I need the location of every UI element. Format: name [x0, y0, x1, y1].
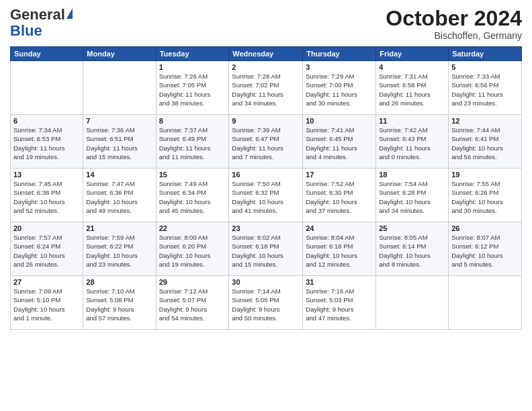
day-info: Sunrise: 7:55 AMSunset: 6:26 PMDaylight:…: [451, 179, 519, 215]
calendar-cell: 2Sunrise: 7:28 AMSunset: 7:02 PMDaylight…: [229, 61, 303, 115]
calendar-cell: 26Sunrise: 8:07 AMSunset: 6:12 PMDayligh…: [449, 222, 522, 276]
day-info: Sunrise: 7:36 AMSunset: 6:51 PMDaylight:…: [86, 126, 152, 161]
calendar-cell: 12Sunrise: 7:44 AMSunset: 6:41 PMDayligh…: [449, 115, 522, 169]
day-number: 19: [451, 171, 519, 179]
calendar-cell: 8Sunrise: 7:37 AMSunset: 6:49 PMDaylight…: [156, 115, 229, 169]
calendar-cell: 1Sunrise: 7:26 AMSunset: 7:05 PMDaylight…: [156, 61, 229, 115]
day-number: 17: [306, 171, 373, 179]
day-number: 30: [232, 278, 300, 286]
day-info: Sunrise: 7:12 AMSunset: 5:07 PMDaylight:…: [159, 287, 226, 322]
location: Bischoffen, Germany: [386, 30, 522, 41]
weekday-header-thursday: Thursday: [303, 47, 376, 61]
day-info: Sunrise: 7:47 AMSunset: 6:36 PMDaylight:…: [86, 179, 152, 215]
day-number: 10: [306, 117, 373, 125]
calendar-cell: 15Sunrise: 7:49 AMSunset: 6:34 PMDayligh…: [156, 169, 229, 222]
day-number: 20: [13, 224, 80, 232]
calendar-cell: 25Sunrise: 8:05 AMSunset: 6:14 PMDayligh…: [376, 222, 449, 276]
calendar-cell: 10Sunrise: 7:41 AMSunset: 6:45 PMDayligh…: [303, 115, 376, 169]
weekday-header-monday: Monday: [83, 47, 156, 61]
day-info: Sunrise: 7:33 AMSunset: 6:56 PMDaylight:…: [451, 72, 519, 107]
calendar-cell: 4Sunrise: 7:31 AMSunset: 6:58 PMDaylight…: [376, 61, 449, 115]
calendar-cell: 24Sunrise: 8:04 AMSunset: 6:16 PMDayligh…: [303, 222, 376, 276]
calendar-cell: 20Sunrise: 7:57 AMSunset: 6:24 PMDayligh…: [11, 222, 83, 276]
day-number: 7: [86, 117, 152, 125]
day-number: 14: [86, 171, 152, 179]
calendar-week-1: 1Sunrise: 7:26 AMSunset: 7:05 PMDaylight…: [11, 61, 522, 115]
calendar-cell: 16Sunrise: 7:50 AMSunset: 6:32 PMDayligh…: [229, 169, 303, 222]
logo-general: General: [10, 6, 65, 23]
calendar-week-5: 27Sunrise: 7:09 AMSunset: 5:10 PMDayligh…: [11, 276, 522, 330]
calendar-cell: 18Sunrise: 7:54 AMSunset: 6:28 PMDayligh…: [376, 169, 449, 222]
calendar-cell: 29Sunrise: 7:12 AMSunset: 5:07 PMDayligh…: [156, 276, 229, 330]
calendar-week-3: 13Sunrise: 7:45 AMSunset: 6:38 PMDayligh…: [11, 169, 522, 222]
calendar-cell: 30Sunrise: 7:14 AMSunset: 5:05 PMDayligh…: [229, 276, 303, 330]
day-info: Sunrise: 7:31 AMSunset: 6:58 PMDaylight:…: [379, 72, 445, 107]
calendar-cell: [11, 61, 83, 115]
day-number: 2: [232, 63, 300, 71]
calendar-week-2: 6Sunrise: 7:34 AMSunset: 6:53 PMDaylight…: [11, 115, 522, 169]
calendar-cell: 28Sunrise: 7:10 AMSunset: 5:08 PMDayligh…: [83, 276, 156, 330]
calendar-cell: 13Sunrise: 7:45 AMSunset: 6:38 PMDayligh…: [11, 169, 83, 222]
day-number: 28: [86, 278, 152, 286]
day-number: 5: [451, 63, 519, 71]
calendar-cell: 3Sunrise: 7:29 AMSunset: 7:00 PMDaylight…: [303, 61, 376, 115]
day-number: 9: [232, 117, 300, 125]
calendar-cell: 19Sunrise: 7:55 AMSunset: 6:26 PMDayligh…: [449, 169, 522, 222]
calendar-cell: 22Sunrise: 8:00 AMSunset: 6:20 PMDayligh…: [156, 222, 229, 276]
day-number: 29: [159, 278, 226, 286]
calendar-cell: 7Sunrise: 7:36 AMSunset: 6:51 PMDaylight…: [83, 115, 156, 169]
calendar-cell: 14Sunrise: 7:47 AMSunset: 6:36 PMDayligh…: [83, 169, 156, 222]
calendar-cell: [376, 276, 449, 330]
day-number: 4: [379, 63, 445, 71]
calendar-cell: 6Sunrise: 7:34 AMSunset: 6:53 PMDaylight…: [11, 115, 83, 169]
day-info: Sunrise: 7:39 AMSunset: 6:47 PMDaylight:…: [232, 126, 300, 161]
day-info: Sunrise: 7:59 AMSunset: 6:22 PMDaylight:…: [86, 233, 152, 269]
day-info: Sunrise: 7:57 AMSunset: 6:24 PMDaylight:…: [13, 233, 80, 269]
weekday-header-wednesday: Wednesday: [229, 47, 303, 61]
day-number: 26: [451, 224, 519, 232]
calendar: SundayMondayTuesdayWednesdayThursdayFrid…: [10, 46, 522, 330]
day-info: Sunrise: 7:29 AMSunset: 7:00 PMDaylight:…: [306, 72, 373, 107]
day-number: 18: [379, 171, 445, 179]
logo: General Blue: [10, 7, 73, 39]
day-number: 24: [306, 224, 373, 232]
day-number: 11: [379, 117, 445, 125]
day-number: 23: [232, 224, 300, 232]
day-info: Sunrise: 7:52 AMSunset: 6:30 PMDaylight:…: [306, 179, 373, 215]
logo-icon: [66, 8, 73, 19]
day-info: Sunrise: 7:10 AMSunset: 5:08 PMDaylight:…: [86, 287, 152, 322]
weekday-header-sunday: Sunday: [11, 47, 83, 61]
weekday-header-friday: Friday: [376, 47, 449, 61]
day-number: 27: [13, 278, 80, 286]
day-info: Sunrise: 7:50 AMSunset: 6:32 PMDaylight:…: [232, 179, 300, 215]
day-number: 22: [159, 224, 226, 232]
day-info: Sunrise: 7:42 AMSunset: 6:43 PMDaylight:…: [379, 126, 445, 161]
day-info: Sunrise: 7:54 AMSunset: 6:28 PMDaylight:…: [379, 179, 445, 215]
day-number: 12: [451, 117, 519, 125]
calendar-cell: 9Sunrise: 7:39 AMSunset: 6:47 PMDaylight…: [229, 115, 303, 169]
day-number: 31: [306, 278, 373, 286]
calendar-cell: 31Sunrise: 7:16 AMSunset: 5:03 PMDayligh…: [303, 276, 376, 330]
month-title: October 2024: [386, 7, 522, 30]
day-info: Sunrise: 7:09 AMSunset: 5:10 PMDaylight:…: [13, 287, 80, 322]
day-number: 8: [159, 117, 226, 125]
page: General Blue October 2024 Bischoffen, Ge…: [0, 0, 532, 411]
day-number: 16: [232, 171, 300, 179]
day-number: 6: [13, 117, 80, 125]
day-info: Sunrise: 8:07 AMSunset: 6:12 PMDaylight:…: [451, 233, 519, 269]
day-info: Sunrise: 7:41 AMSunset: 6:45 PMDaylight:…: [306, 126, 373, 161]
day-number: 15: [159, 171, 226, 179]
calendar-cell: 27Sunrise: 7:09 AMSunset: 5:10 PMDayligh…: [11, 276, 83, 330]
calendar-cell: 23Sunrise: 8:02 AMSunset: 6:18 PMDayligh…: [229, 222, 303, 276]
day-info: Sunrise: 8:00 AMSunset: 6:20 PMDaylight:…: [159, 233, 226, 269]
header: General Blue October 2024 Bischoffen, Ge…: [10, 7, 522, 41]
day-info: Sunrise: 7:34 AMSunset: 6:53 PMDaylight:…: [13, 126, 80, 161]
day-info: Sunrise: 7:37 AMSunset: 6:49 PMDaylight:…: [159, 126, 226, 161]
day-number: 1: [159, 63, 226, 71]
day-number: 21: [86, 224, 152, 232]
day-info: Sunrise: 7:49 AMSunset: 6:34 PMDaylight:…: [159, 179, 226, 215]
title-block: October 2024 Bischoffen, Germany: [386, 7, 522, 41]
weekday-header-tuesday: Tuesday: [156, 47, 229, 61]
day-info: Sunrise: 7:26 AMSunset: 7:05 PMDaylight:…: [159, 72, 226, 107]
day-info: Sunrise: 7:14 AMSunset: 5:05 PMDaylight:…: [232, 287, 300, 322]
